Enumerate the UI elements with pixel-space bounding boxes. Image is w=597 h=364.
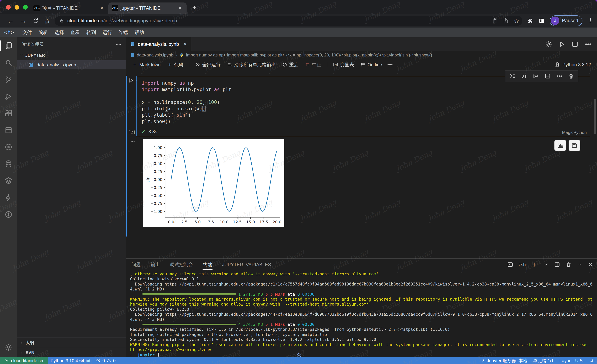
new-terminal-icon[interactable]: ＋ bbox=[531, 260, 537, 269]
more-actions-icon[interactable] bbox=[387, 62, 393, 68]
sidebar-item-notebook-file[interactable]: data-analysis.ipynb bbox=[17, 60, 126, 70]
kernel-picker[interactable]: Python 3.8.12 bbox=[554, 62, 597, 68]
notifications-bell-icon[interactable] bbox=[587, 357, 597, 364]
close-tab-icon[interactable]: ✕ bbox=[99, 5, 105, 11]
activity-zap-icon[interactable] bbox=[0, 189, 17, 206]
save-plot-button[interactable] bbox=[569, 140, 580, 151]
run-above-icon[interactable] bbox=[521, 73, 527, 79]
shell-label[interactable]: zsh bbox=[518, 262, 526, 267]
run-below-icon[interactable] bbox=[533, 73, 539, 79]
home-icon[interactable]: ⌂ bbox=[45, 17, 49, 24]
profile-button[interactable]: J Paused bbox=[550, 15, 582, 26]
editor-scrollbar[interactable] bbox=[594, 99, 596, 134]
activity-asterisk-circle-icon[interactable] bbox=[0, 206, 17, 223]
menu-item[interactable]: 转到 bbox=[83, 29, 99, 36]
panel-tab[interactable]: 终端 bbox=[203, 260, 212, 270]
more-actions-icon[interactable] bbox=[556, 73, 563, 79]
python-interpreter[interactable]: Python 3.10.4 64-bit bbox=[48, 357, 93, 364]
close-window-button[interactable] bbox=[6, 5, 11, 10]
output-options-icon[interactable] bbox=[130, 139, 136, 145]
zoom-window-button[interactable] bbox=[23, 5, 28, 10]
terminal-dropdown-chevron-icon[interactable] bbox=[543, 262, 549, 268]
clipboard-icon[interactable] bbox=[492, 18, 497, 24]
editor-tab-notebook[interactable]: data-analysis.ipynb ✕ bbox=[126, 37, 191, 51]
browser-toolbar: ← → ⌂ cloud.titanide.cn/ide/web/coding/j… bbox=[0, 14, 597, 28]
close-tab-icon[interactable]: ✕ bbox=[177, 5, 183, 11]
extensions-puzzle-icon[interactable] bbox=[527, 18, 533, 24]
clear-outputs-button[interactable]: 清除所有单元格输出 bbox=[225, 60, 278, 69]
activity-search-icon[interactable] bbox=[0, 54, 17, 71]
sidebar-section-svn[interactable]: SVN bbox=[17, 348, 126, 357]
activity-layout-icon[interactable] bbox=[0, 122, 17, 139]
close-tab-icon[interactable]: ✕ bbox=[183, 42, 187, 47]
split-terminal-icon[interactable] bbox=[554, 262, 560, 268]
panel-expand-chevrons[interactable] bbox=[295, 352, 302, 358]
sidebar-section-jupyter[interactable]: JUPYTER bbox=[17, 50, 126, 60]
panel-tab[interactable]: 输出 bbox=[150, 260, 160, 270]
maximize-panel-icon[interactable] bbox=[577, 262, 583, 268]
activity-explorer-icon[interactable] bbox=[0, 37, 17, 54]
browser-tab-jupyter[interactable]: <t> jupyter - TITANIDE ✕ bbox=[108, 2, 187, 14]
outline-button[interactable]: Outline bbox=[358, 61, 385, 69]
panel-tab[interactable]: 调试控制台 bbox=[170, 260, 193, 270]
back-icon[interactable]: ← bbox=[7, 17, 14, 24]
activity-layers-icon[interactable] bbox=[0, 172, 17, 189]
menu-item[interactable]: 终端 bbox=[115, 29, 131, 36]
jupyter-server-indicator[interactable]: Jupyter 服务器: 本地 bbox=[478, 357, 530, 364]
reload-icon[interactable] bbox=[33, 18, 39, 24]
forward-icon[interactable]: → bbox=[20, 17, 27, 24]
run-by-line-icon[interactable] bbox=[509, 73, 516, 79]
menu-item[interactable]: 帮助 bbox=[131, 29, 147, 36]
menu-item[interactable]: 文件 bbox=[19, 29, 35, 36]
activity-extensions-icon[interactable] bbox=[0, 105, 17, 122]
add-markdown-button[interactable]: ＋Markdown bbox=[130, 60, 163, 70]
run-all-button[interactable]: 全部运行 bbox=[193, 60, 223, 69]
cell-code[interactable]: import numpy as npimport matplotlib.pypl… bbox=[142, 80, 590, 125]
terminal-shell-icon bbox=[507, 262, 513, 268]
problems-indicator[interactable]: 0 0 bbox=[93, 357, 118, 364]
kill-terminal-icon[interactable] bbox=[566, 262, 572, 268]
activity-settings-icon[interactable] bbox=[0, 339, 17, 356]
run-icon[interactable] bbox=[558, 41, 565, 48]
restart-kernel-button[interactable]: 重启 bbox=[280, 60, 301, 69]
cell-language-label[interactable]: MagicPython bbox=[562, 130, 587, 135]
keyboard-layout-indicator[interactable]: Layout: U.S. bbox=[557, 357, 587, 364]
minimize-window-button[interactable] bbox=[15, 5, 19, 10]
address-bar[interactable]: cloud.titanide.cn/ide/web/coding/jupyter… bbox=[55, 16, 522, 26]
macos-window-controls[interactable] bbox=[6, 5, 28, 10]
browser-tab-project[interactable]: <t> 项目 - TITANIDE ✕ bbox=[30, 2, 108, 14]
run-cell-icon[interactable] bbox=[128, 77, 134, 84]
code-cell[interactable]: import numpy as npimport matplotlib.pypl… bbox=[136, 76, 590, 136]
menu-item[interactable]: 运行 bbox=[99, 29, 115, 36]
menu-item[interactable]: 编辑 bbox=[35, 29, 51, 36]
breadcrumb[interactable]: data-analysis.ipynb › import numpy as np… bbox=[126, 51, 597, 59]
plot-viewer-button[interactable] bbox=[554, 140, 566, 151]
activity-source-control-icon[interactable] bbox=[0, 71, 17, 88]
more-actions-icon[interactable] bbox=[116, 42, 121, 47]
interrupt-button[interactable]: 中止 bbox=[302, 60, 324, 69]
delete-cell-icon[interactable] bbox=[568, 73, 574, 79]
browser-menu-icon[interactable] bbox=[587, 18, 593, 24]
activity-database-icon[interactable] bbox=[0, 155, 17, 172]
add-code-button[interactable]: ＋代码 bbox=[165, 60, 186, 70]
variables-button[interactable]: (x) 变量表 bbox=[330, 60, 356, 69]
activity-run-debug-icon[interactable] bbox=[0, 88, 17, 105]
share-icon[interactable] bbox=[503, 18, 509, 24]
split-editor-icon[interactable] bbox=[571, 41, 579, 48]
split-cell-icon[interactable] bbox=[544, 73, 551, 79]
sidebar-section-outline[interactable]: 大纲 bbox=[17, 337, 126, 348]
settings-gear-icon[interactable] bbox=[545, 41, 552, 48]
menu-item[interactable]: 选择 bbox=[51, 29, 67, 36]
panel-tab[interactable]: JUPYTER: VARIABLES bbox=[222, 260, 272, 269]
new-tab-button[interactable]: + bbox=[190, 3, 199, 12]
cell-position-indicator[interactable]: 单元格 1/1 bbox=[530, 357, 557, 364]
close-panel-icon[interactable]: ✕ bbox=[588, 262, 593, 268]
terminal-output[interactable]: , otherwise you may silence this warning… bbox=[130, 271, 594, 356]
remote-indicator[interactable]: cloud.titanide.cn bbox=[0, 357, 48, 364]
bookmark-star-icon[interactable]: ☆ bbox=[514, 17, 519, 24]
panel-tab[interactable]: 问题 bbox=[131, 260, 141, 270]
side-panel-icon[interactable] bbox=[538, 18, 545, 24]
activity-run-circle-icon[interactable] bbox=[0, 139, 17, 155]
menu-item[interactable]: 查看 bbox=[67, 29, 83, 36]
more-actions-icon[interactable] bbox=[585, 41, 592, 48]
